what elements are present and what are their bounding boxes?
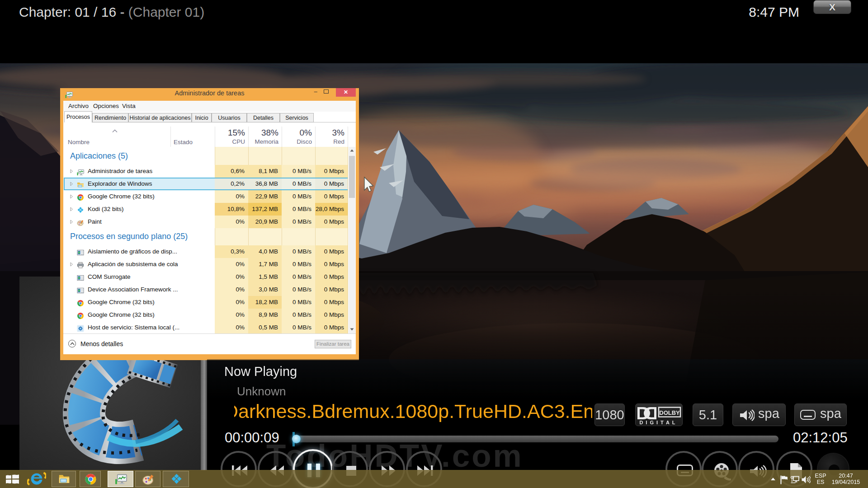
- svg-text:DOLBY: DOLBY: [659, 409, 680, 416]
- svg-text:DIGITAL: DIGITAL: [639, 420, 678, 425]
